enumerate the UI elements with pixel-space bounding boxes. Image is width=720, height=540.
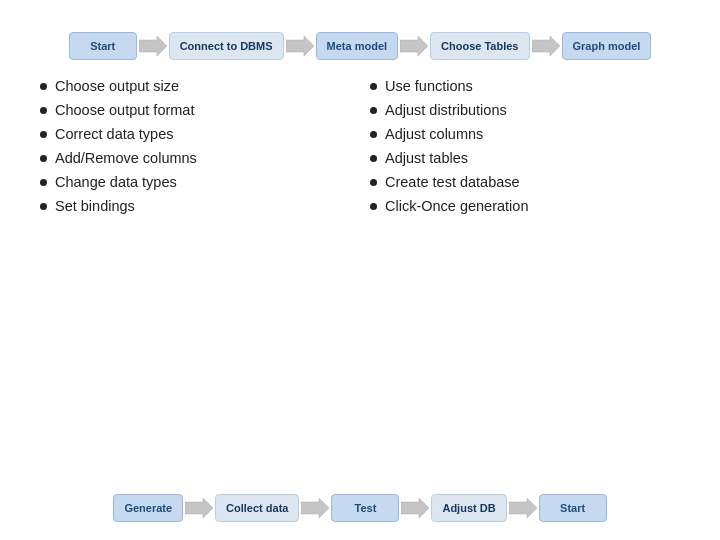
flow-box: Meta model — [316, 32, 399, 60]
list-item-text: Choose output format — [55, 102, 194, 118]
bullet-icon — [370, 83, 377, 90]
svg-marker-2 — [400, 36, 428, 56]
flow-box: Test — [331, 494, 399, 522]
bullet-icon — [40, 131, 47, 138]
list-item-text: Create test database — [385, 174, 520, 190]
flow-arrow — [301, 497, 329, 519]
list-item: Choose output format — [40, 98, 350, 122]
top-flow-row: Start Connect to DBMS Meta model Choose … — [69, 32, 652, 60]
bullet-icon — [40, 179, 47, 186]
list-item: Adjust distributions — [370, 98, 680, 122]
flow-box: Start — [69, 32, 137, 60]
list-item-text: Use functions — [385, 78, 473, 94]
list-item: Add/Remove columns — [40, 146, 350, 170]
svg-marker-0 — [139, 36, 167, 56]
list-item: Set bindings — [40, 194, 350, 218]
bullet-icon — [370, 131, 377, 138]
list-item: Adjust columns — [370, 122, 680, 146]
svg-marker-3 — [532, 36, 560, 56]
list-item-text: Adjust tables — [385, 150, 468, 166]
svg-marker-1 — [286, 36, 314, 56]
bottom-flow-row: Generate Collect data Test Adjust DB Sta… — [113, 494, 606, 522]
right-column: Use functionsAdjust distributionsAdjust … — [360, 74, 690, 479]
list-item-text: Adjust columns — [385, 126, 483, 142]
flow-arrow — [532, 35, 560, 57]
list-item: Choose output size — [40, 74, 350, 98]
flow-box: Generate — [113, 494, 183, 522]
flow-arrow — [400, 35, 428, 57]
list-item-text: Choose output size — [55, 78, 179, 94]
list-item-text: Correct data types — [55, 126, 173, 142]
bullet-icon — [40, 203, 47, 210]
flow-arrow — [185, 497, 213, 519]
list-item-text: Set bindings — [55, 198, 135, 214]
list-item: Correct data types — [40, 122, 350, 146]
bullet-icon — [40, 83, 47, 90]
list-item-text: Adjust distributions — [385, 102, 507, 118]
list-item: Create test database — [370, 170, 680, 194]
right-list: Use functionsAdjust distributionsAdjust … — [370, 74, 680, 218]
svg-marker-5 — [301, 498, 329, 518]
flow-arrow — [286, 35, 314, 57]
flow-box: Graph model — [562, 32, 652, 60]
bullet-icon — [370, 155, 377, 162]
bullet-icon — [370, 203, 377, 210]
svg-marker-4 — [185, 498, 213, 518]
flow-box: Adjust DB — [431, 494, 506, 522]
flow-arrow — [509, 497, 537, 519]
bullet-icon — [40, 107, 47, 114]
bullet-icon — [370, 179, 377, 186]
content-area: Choose output sizeChoose output formatCo… — [30, 74, 690, 479]
bullet-icon — [370, 107, 377, 114]
list-item-text: Click-Once generation — [385, 198, 528, 214]
flow-arrow — [139, 35, 167, 57]
bullet-icon — [40, 155, 47, 162]
svg-marker-6 — [401, 498, 429, 518]
flow-box: Connect to DBMS — [169, 32, 284, 60]
list-item: Click-Once generation — [370, 194, 680, 218]
page: Start Connect to DBMS Meta model Choose … — [0, 0, 720, 540]
flow-box: Collect data — [215, 494, 299, 522]
svg-marker-7 — [509, 498, 537, 518]
list-item: Use functions — [370, 74, 680, 98]
flow-arrow — [401, 497, 429, 519]
list-item-text: Add/Remove columns — [55, 150, 197, 166]
flow-box: Choose Tables — [430, 32, 529, 60]
list-item: Adjust tables — [370, 146, 680, 170]
left-list: Choose output sizeChoose output formatCo… — [40, 74, 350, 218]
flow-box: Start — [539, 494, 607, 522]
list-item: Change data types — [40, 170, 350, 194]
list-item-text: Change data types — [55, 174, 177, 190]
left-column: Choose output sizeChoose output formatCo… — [30, 74, 360, 479]
